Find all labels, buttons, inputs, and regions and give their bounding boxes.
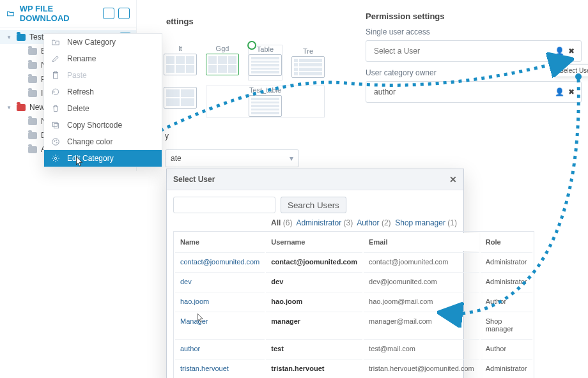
cell-username: test xyxy=(266,339,362,358)
folder-plus-icon xyxy=(50,37,61,47)
cell-email: hao.joom@mail.com xyxy=(364,292,479,310)
ctx-edit-category[interactable]: Edit Category xyxy=(44,150,162,167)
cell-role: Author xyxy=(481,292,532,310)
cell-role: Administrator xyxy=(481,252,532,271)
chevron-down-icon: ▾ xyxy=(290,154,293,163)
cell-username: manager xyxy=(266,312,362,338)
theme-option[interactable]: Tre xyxy=(291,45,325,80)
user-name-link[interactable]: author xyxy=(180,345,200,352)
search-users-button[interactable]: Search Users xyxy=(281,197,346,213)
user-name-link[interactable]: tristan.hervouet xyxy=(180,365,229,372)
close-icon[interactable]: ✕ xyxy=(449,174,457,185)
permission-title: Permission settings xyxy=(359,0,588,21)
col-username[interactable]: Username xyxy=(266,233,362,251)
check-icon xyxy=(247,41,256,50)
folder-open-icon xyxy=(6,9,15,18)
search-input[interactable] xyxy=(173,197,275,213)
theme-option-selected[interactable]: Ggd xyxy=(206,45,239,80)
cell-username: dev xyxy=(266,272,362,291)
clear-icon[interactable]: ✖ xyxy=(568,47,575,56)
single-access-input[interactable] xyxy=(373,46,555,56)
cursor-icon xyxy=(197,313,205,325)
cell-role: Administrator xyxy=(481,272,532,291)
cell-email: tristan.hervouet@joomunited.com xyxy=(364,359,479,377)
col-role[interactable]: Role xyxy=(481,233,532,251)
ctx-rename[interactable]: Rename xyxy=(44,50,162,67)
svg-point-5 xyxy=(54,140,55,141)
gear-icon xyxy=(50,153,61,163)
select-user-tooltip: Select User xyxy=(555,64,588,77)
user-name-link[interactable]: dev xyxy=(180,278,192,285)
cursor-icon xyxy=(75,156,84,167)
cell-email: test@mail.com xyxy=(364,339,479,358)
table-row[interactable]: hao.joom hao.joom hao.joom@mail.com Auth… xyxy=(175,292,532,310)
user-name-link[interactable]: hao.joom xyxy=(180,298,209,305)
cell-username: tristan.hervouet xyxy=(266,359,362,377)
ctx-paste: Paste xyxy=(44,67,162,84)
copy-icon xyxy=(50,120,61,130)
col-name[interactable]: Name xyxy=(175,233,265,251)
template-select[interactable]: ate ▾ xyxy=(165,149,299,167)
filter-admin[interactable]: Administrator xyxy=(296,218,341,227)
permission-panel: Permission settings Single user access 👤… xyxy=(359,0,588,171)
col-email[interactable]: Email xyxy=(364,233,479,251)
section-suffix: y xyxy=(165,132,169,140)
users-table: Name Username Email Role contact@joomuni… xyxy=(173,231,534,378)
ctx-refresh[interactable]: Refresh xyxy=(44,84,162,100)
user-name-link[interactable]: contact@joomunited.com xyxy=(180,258,259,266)
cell-email: contact@joomunited.com xyxy=(364,252,479,271)
single-access-field[interactable]: 👤 ✖ xyxy=(366,40,582,62)
theme-option[interactable]: Test_table xyxy=(206,86,325,117)
table-row[interactable]: author test test@mail.com Author xyxy=(175,339,532,358)
owner-field[interactable]: 👤 ✖ xyxy=(366,81,582,103)
svg-point-4 xyxy=(52,139,59,146)
theme-picker: lt Ggd Table Tre Test_table xyxy=(164,45,325,117)
select-value: ate xyxy=(171,154,182,163)
cell-username: contact@joomunited.com xyxy=(266,252,362,271)
ctx-change-color[interactable]: Change color xyxy=(44,133,162,150)
refresh-icon xyxy=(50,87,61,97)
cell-role: Author xyxy=(481,339,532,358)
theme-option[interactable]: Table xyxy=(248,45,282,80)
context-menu: New Category Rename Paste Refresh Delete… xyxy=(43,33,162,167)
app-header: WP FILE DOWNLOAD xyxy=(0,0,136,27)
palette-icon xyxy=(50,137,61,147)
table-row[interactable]: dev dev dev@joomunited.com Administrator xyxy=(175,272,532,291)
svg-point-7 xyxy=(56,142,57,142)
select-user-modal: Select User ✕ Search Users All (6) Admin… xyxy=(166,169,464,378)
modal-title: Select User xyxy=(173,175,215,184)
user-add-icon[interactable]: 👤 xyxy=(555,87,564,96)
trash-icon xyxy=(50,103,61,114)
cell-role: Shop manager xyxy=(481,312,532,338)
cell-email: manager@mail.com xyxy=(364,312,479,338)
clear-icon[interactable]: ✖ xyxy=(568,87,575,96)
clipboard-icon xyxy=(50,70,61,80)
ctx-new-category[interactable]: New Category xyxy=(44,34,162,50)
pencil-icon xyxy=(50,54,61,64)
sidebar-action-1[interactable] xyxy=(103,8,114,19)
owner-input[interactable] xyxy=(373,87,555,97)
table-row[interactable]: contact@joomunited.com contact@joomunite… xyxy=(175,252,532,271)
svg-point-8 xyxy=(54,157,57,160)
filter-author[interactable]: Author xyxy=(357,218,379,227)
sidebar-action-2[interactable] xyxy=(118,8,130,19)
svg-rect-3 xyxy=(52,122,57,126)
ctx-delete[interactable]: Delete xyxy=(44,100,162,117)
modal-header: Select User ✕ xyxy=(167,169,463,190)
svg-point-6 xyxy=(56,140,56,140)
svg-rect-2 xyxy=(54,124,59,128)
filter-all[interactable]: All xyxy=(271,218,281,227)
theme-option[interactable]: lt xyxy=(164,45,197,80)
user-add-icon[interactable]: 👤 xyxy=(555,47,564,56)
table-row[interactable]: Manager manager manager@mail.com Shop ma… xyxy=(175,312,532,338)
table-row[interactable]: tristan.hervouet tristan.hervouet trista… xyxy=(175,359,532,377)
theme-option[interactable] xyxy=(164,86,197,117)
cell-role: Administrator xyxy=(481,359,532,377)
center-title: ettings xyxy=(166,17,194,26)
cell-username: hao.joom xyxy=(266,292,362,310)
filter-shop-manager[interactable]: Shop manager xyxy=(395,218,445,227)
owner-label: User category owner xyxy=(359,62,588,81)
cell-email: dev@joomunited.com xyxy=(364,272,479,291)
ctx-copy-shortcode[interactable]: Copy Shortcode xyxy=(44,117,162,133)
app-title: WP FILE DOWNLOAD xyxy=(20,4,98,23)
